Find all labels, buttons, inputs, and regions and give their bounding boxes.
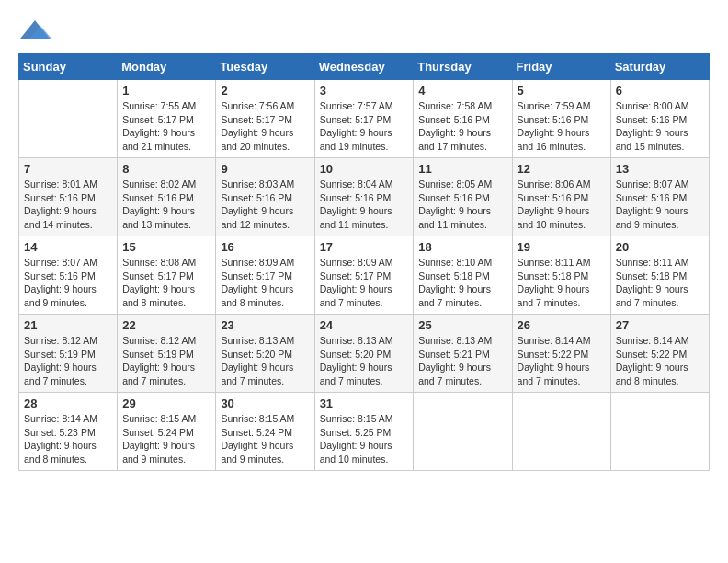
- calendar-cell: 17Sunrise: 8:09 AMSunset: 5:17 PMDayligh…: [314, 236, 414, 315]
- day-number: 28: [24, 396, 112, 410]
- day-number: 8: [122, 162, 210, 176]
- calendar-cell: 7Sunrise: 8:01 AMSunset: 5:16 PMDaylight…: [19, 158, 118, 236]
- day-info: Sunrise: 8:07 AMSunset: 5:16 PMDaylight:…: [616, 178, 704, 232]
- day-number: 19: [518, 240, 606, 254]
- day-info: Sunrise: 8:13 AMSunset: 5:20 PMDaylight:…: [320, 334, 409, 388]
- calendar-cell: 1Sunrise: 7:55 AMSunset: 5:17 PMDaylight…: [118, 80, 216, 158]
- calendar-cell: 24Sunrise: 8:13 AMSunset: 5:20 PMDayligh…: [314, 315, 414, 393]
- day-info: Sunrise: 8:13 AMSunset: 5:21 PMDaylight:…: [418, 334, 506, 388]
- day-info: Sunrise: 8:12 AMSunset: 5:19 PMDaylight:…: [122, 334, 210, 388]
- day-info: Sunrise: 8:09 AMSunset: 5:17 PMDaylight:…: [221, 256, 309, 310]
- calendar-cell: [414, 393, 512, 471]
- day-number: 1: [122, 84, 210, 98]
- day-number: 21: [24, 318, 112, 332]
- weekday-header-thursday: Thursday: [414, 54, 512, 80]
- logo-icon: [18, 18, 51, 44]
- calendar-cell: [19, 80, 118, 158]
- day-info: Sunrise: 7:57 AMSunset: 5:17 PMDaylight:…: [320, 99, 409, 154]
- day-info: Sunrise: 8:09 AMSunset: 5:17 PMDaylight:…: [320, 256, 409, 310]
- calendar-cell: 18Sunrise: 8:10 AMSunset: 5:18 PMDayligh…: [414, 236, 512, 315]
- weekday-header-sunday: Sunday: [19, 54, 118, 80]
- day-number: 13: [616, 162, 704, 176]
- calendar-cell: 10Sunrise: 8:04 AMSunset: 5:16 PMDayligh…: [314, 158, 414, 236]
- calendar-cell: 26Sunrise: 8:14 AMSunset: 5:22 PMDayligh…: [512, 315, 610, 393]
- day-info: Sunrise: 8:01 AMSunset: 5:16 PMDaylight:…: [24, 178, 112, 232]
- weekday-header-wednesday: Wednesday: [314, 54, 414, 80]
- day-info: Sunrise: 8:04 AMSunset: 5:16 PMDaylight:…: [320, 178, 409, 232]
- calendar-cell: 16Sunrise: 8:09 AMSunset: 5:17 PMDayligh…: [216, 236, 314, 315]
- day-info: Sunrise: 8:15 AMSunset: 5:24 PMDaylight:…: [221, 412, 309, 466]
- logo: [18, 18, 53, 44]
- day-number: 9: [221, 162, 309, 176]
- day-info: Sunrise: 8:05 AMSunset: 5:16 PMDaylight:…: [418, 178, 506, 232]
- calendar-cell: 8Sunrise: 8:02 AMSunset: 5:16 PMDaylight…: [118, 158, 216, 236]
- calendar-cell: 31Sunrise: 8:15 AMSunset: 5:25 PMDayligh…: [314, 393, 414, 471]
- calendar-cell: 25Sunrise: 8:13 AMSunset: 5:21 PMDayligh…: [414, 315, 512, 393]
- calendar-cell: 22Sunrise: 8:12 AMSunset: 5:19 PMDayligh…: [118, 315, 216, 393]
- calendar-cell: 11Sunrise: 8:05 AMSunset: 5:16 PMDayligh…: [414, 158, 512, 236]
- calendar-cell: 29Sunrise: 8:15 AMSunset: 5:24 PMDayligh…: [118, 393, 216, 471]
- day-info: Sunrise: 7:58 AMSunset: 5:16 PMDaylight:…: [418, 99, 506, 154]
- day-number: 10: [320, 162, 409, 176]
- calendar-cell: 21Sunrise: 8:12 AMSunset: 5:19 PMDayligh…: [19, 315, 118, 393]
- calendar-cell: 15Sunrise: 8:08 AMSunset: 5:17 PMDayligh…: [118, 236, 216, 315]
- day-number: 20: [616, 240, 704, 254]
- day-info: Sunrise: 8:06 AMSunset: 5:16 PMDaylight:…: [518, 178, 606, 232]
- calendar-cell: 3Sunrise: 7:57 AMSunset: 5:17 PMDaylight…: [314, 80, 414, 158]
- day-number: 17: [320, 240, 409, 254]
- day-info: Sunrise: 8:14 AMSunset: 5:22 PMDaylight:…: [518, 334, 606, 388]
- day-number: 16: [221, 240, 309, 254]
- week-row-1: 1Sunrise: 7:55 AMSunset: 5:17 PMDaylight…: [19, 80, 710, 158]
- day-number: 27: [616, 318, 704, 332]
- day-info: Sunrise: 7:56 AMSunset: 5:17 PMDaylight:…: [221, 99, 309, 154]
- day-number: 3: [320, 84, 409, 98]
- day-number: 5: [518, 84, 606, 98]
- weekday-header-tuesday: Tuesday: [216, 54, 314, 80]
- weekday-header-friday: Friday: [512, 54, 610, 80]
- day-number: 24: [320, 318, 409, 332]
- day-number: 6: [616, 84, 704, 98]
- calendar-cell: 4Sunrise: 7:58 AMSunset: 5:16 PMDaylight…: [414, 80, 512, 158]
- week-row-3: 14Sunrise: 8:07 AMSunset: 5:16 PMDayligh…: [19, 236, 710, 315]
- calendar-cell: 28Sunrise: 8:14 AMSunset: 5:23 PMDayligh…: [19, 393, 118, 471]
- week-row-5: 28Sunrise: 8:14 AMSunset: 5:23 PMDayligh…: [19, 393, 710, 471]
- day-info: Sunrise: 8:02 AMSunset: 5:16 PMDaylight:…: [122, 178, 210, 232]
- day-number: 18: [418, 240, 506, 254]
- day-number: 7: [24, 162, 112, 176]
- day-number: 30: [221, 396, 309, 410]
- day-info: Sunrise: 8:15 AMSunset: 5:24 PMDaylight:…: [122, 412, 210, 466]
- calendar-cell: 14Sunrise: 8:07 AMSunset: 5:16 PMDayligh…: [19, 236, 118, 315]
- calendar-cell: [512, 393, 610, 471]
- day-info: Sunrise: 8:03 AMSunset: 5:16 PMDaylight:…: [221, 178, 309, 232]
- week-row-4: 21Sunrise: 8:12 AMSunset: 5:19 PMDayligh…: [19, 315, 710, 393]
- day-number: 2: [221, 84, 309, 98]
- day-info: Sunrise: 7:59 AMSunset: 5:16 PMDaylight:…: [518, 99, 606, 154]
- day-number: 26: [518, 318, 606, 332]
- day-info: Sunrise: 8:14 AMSunset: 5:22 PMDaylight:…: [616, 334, 704, 388]
- day-info: Sunrise: 8:08 AMSunset: 5:17 PMDaylight:…: [122, 256, 210, 310]
- calendar-cell: 20Sunrise: 8:11 AMSunset: 5:18 PMDayligh…: [610, 236, 709, 315]
- calendar-cell: [610, 393, 709, 471]
- day-number: 31: [320, 396, 409, 410]
- calendar-cell: 23Sunrise: 8:13 AMSunset: 5:20 PMDayligh…: [216, 315, 314, 393]
- day-info: Sunrise: 8:15 AMSunset: 5:25 PMDaylight:…: [320, 412, 409, 466]
- day-info: Sunrise: 8:11 AMSunset: 5:18 PMDaylight:…: [616, 256, 704, 310]
- day-number: 22: [122, 318, 210, 332]
- day-number: 11: [418, 162, 506, 176]
- calendar-cell: 5Sunrise: 7:59 AMSunset: 5:16 PMDaylight…: [512, 80, 610, 158]
- day-info: Sunrise: 8:07 AMSunset: 5:16 PMDaylight:…: [24, 256, 112, 310]
- calendar-cell: 27Sunrise: 8:14 AMSunset: 5:22 PMDayligh…: [610, 315, 709, 393]
- calendar-cell: 13Sunrise: 8:07 AMSunset: 5:16 PMDayligh…: [610, 158, 709, 236]
- day-number: 25: [418, 318, 506, 332]
- weekday-header-monday: Monday: [118, 54, 216, 80]
- day-number: 23: [221, 318, 309, 332]
- day-info: Sunrise: 8:13 AMSunset: 5:20 PMDaylight:…: [221, 334, 309, 388]
- calendar-cell: 19Sunrise: 8:11 AMSunset: 5:18 PMDayligh…: [512, 236, 610, 315]
- day-info: Sunrise: 8:00 AMSunset: 5:16 PMDaylight:…: [616, 99, 704, 154]
- day-number: 14: [24, 240, 112, 254]
- weekday-header-row: SundayMondayTuesdayWednesdayThursdayFrid…: [19, 54, 710, 80]
- day-number: 12: [518, 162, 606, 176]
- day-number: 4: [418, 84, 506, 98]
- day-number: 29: [122, 396, 210, 410]
- day-info: Sunrise: 7:55 AMSunset: 5:17 PMDaylight:…: [122, 99, 210, 154]
